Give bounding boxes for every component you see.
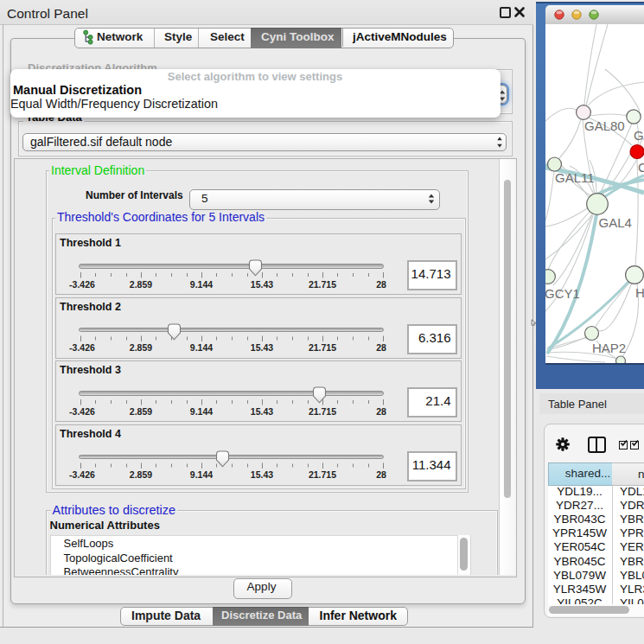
svg-text:H: H: [635, 285, 644, 300]
svg-text:C: C: [638, 160, 644, 175]
svg-text:GAL11: GAL11: [555, 170, 595, 185]
svg-text:GAL4: GAL4: [599, 215, 632, 230]
svg-text:GCY1: GCY1: [545, 286, 580, 301]
svg-text:GAL80: GAL80: [584, 118, 625, 133]
svg-text:HAP2: HAP2: [592, 341, 626, 355]
svg-text:GA: GA: [634, 128, 644, 143]
